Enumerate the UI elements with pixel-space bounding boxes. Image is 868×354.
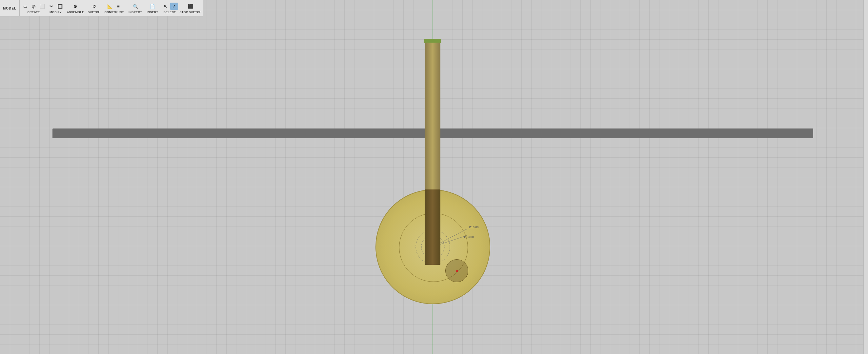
right-scrollbar[interactable] (863, 0, 868, 354)
toolbar-section-sketch[interactable]: ↺ SKETCH (86, 0, 102, 17)
insert-icon: 📄 (149, 3, 156, 10)
assemble-label: ASSEMBLE (67, 10, 84, 14)
toolbar-section-modify[interactable]: ✂ 🔲 MODIFY (46, 0, 65, 17)
toolbar-section-create[interactable]: ▭ ◎ ⬜ CREATE (21, 0, 46, 17)
construct-icon-1: 📐 (106, 3, 114, 10)
construct-icon-2: ≡ (115, 3, 122, 10)
inspect-icon: 🔍 (131, 3, 140, 10)
post-inside-wheel (425, 189, 440, 265)
wheel-center-hole (445, 259, 468, 282)
toolbar-section-assemble[interactable]: ⚙ ASSEMBLE (66, 0, 85, 17)
vertical-post (425, 43, 440, 200)
sketch-icon: ↺ (90, 3, 98, 10)
select-icon-2: ↗ (170, 3, 178, 10)
canvas-area: Ø10.00 Ø13.00 (0, 0, 868, 354)
model-label: MODEL (0, 0, 20, 17)
select-icon-1: ↖ (162, 3, 169, 10)
create-icon-2: ◎ (30, 3, 38, 10)
toolbar-area: MODEL ▭ ◎ ⬜ CREATE ✂ 🔲 MODIFY ⚙ ASSEMBLE… (0, 0, 868, 17)
toolbar-section-stop-sketch[interactable]: ⬛ STOP SKETCH (179, 0, 202, 17)
modify-icon-2: 🔲 (56, 3, 64, 10)
sketch-label: SKETCH (88, 10, 101, 14)
stop-sketch-icon: ⬛ (187, 3, 194, 10)
toolbar-section-insert[interactable]: 📄 INSERT (144, 0, 161, 17)
toolbar-section-select[interactable]: ↖ ↗ SELECT (161, 0, 179, 17)
toolbar-section-construct[interactable]: 📐 ≡ CONSTRUCT (103, 0, 126, 17)
insert-label: INSERT (147, 10, 158, 14)
inspect-label: INSPECT (128, 10, 142, 14)
select-label: SELECT (164, 10, 176, 14)
center-point (456, 270, 458, 272)
stop-sketch-label: STOP SKETCH (180, 10, 202, 14)
create-icon-1: ▭ (21, 3, 29, 10)
assemble-icon: ⚙ (71, 3, 80, 10)
construct-label: CONSTRUCT (104, 10, 124, 14)
create-icon-3: ⬜ (38, 3, 46, 10)
create-label: CREATE (27, 10, 40, 14)
modify-label: MODIFY (50, 10, 62, 14)
modify-icon-1: ✂ (48, 3, 55, 10)
toolbar-section-inspect[interactable]: 🔍 INSPECT (126, 0, 144, 17)
